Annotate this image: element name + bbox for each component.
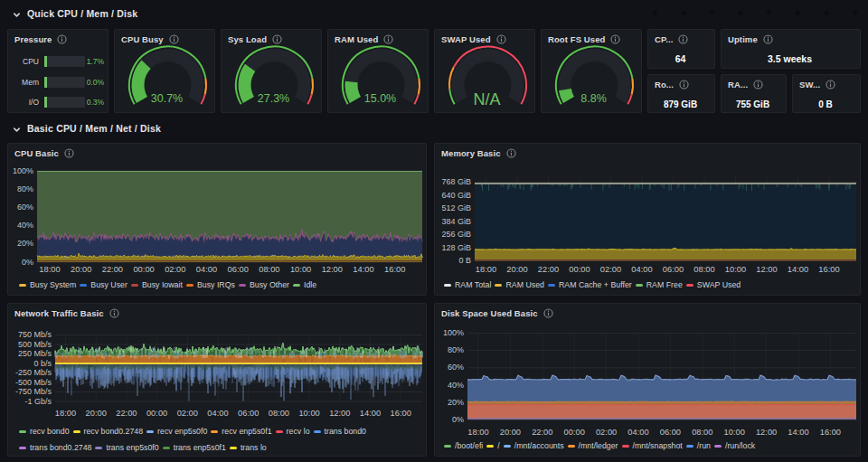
svg-text:N/A: N/A	[473, 90, 500, 108]
svg-text:8.8%: 8.8%	[580, 92, 607, 105]
svg-text:30.7%: 30.7%	[151, 92, 183, 105]
svg-text:27.3%: 27.3%	[258, 92, 289, 105]
svg-text:15.0%: 15.0%	[364, 92, 396, 105]
